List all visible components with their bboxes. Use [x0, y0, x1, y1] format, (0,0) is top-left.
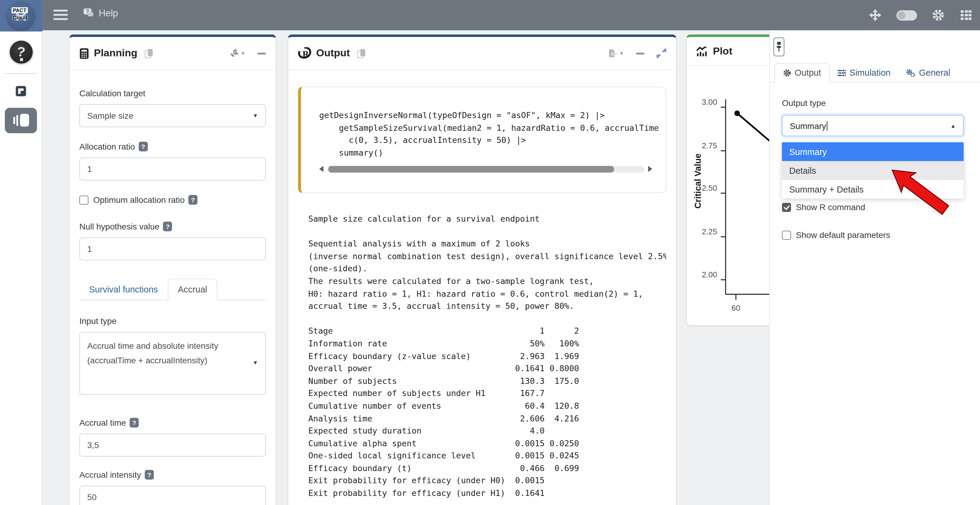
planning-subtabs: Survival functions Accrual — [80, 275, 266, 300]
null-hypothesis-input[interactable] — [80, 237, 266, 260]
grid-icon[interactable] — [959, 8, 973, 22]
toggle-knob — [897, 11, 905, 19]
text-cursor — [827, 121, 828, 130]
plot-title: Plot — [713, 45, 732, 57]
calculation-target-select[interactable]: Sample size ▼ — [80, 104, 266, 127]
accrual-intensity-input[interactable] — [80, 486, 266, 505]
null-hypothesis-label: Null hypothesis value? — [80, 222, 266, 231]
planning-panel: Planning ▼ Calculation target Sample siz… — [69, 35, 276, 505]
app-logo[interactable]: R PACT Cloud — [0, 0, 42, 32]
optimum-allocation-checkbox[interactable] — [80, 195, 88, 204]
panel-toggle-button[interactable] — [5, 108, 37, 133]
copy-icon[interactable] — [145, 49, 153, 58]
calculation-target-label: Calculation target — [80, 88, 266, 98]
tab-simulation[interactable]: Simulation — [829, 64, 898, 82]
scrollbar-thumb[interactable] — [328, 166, 614, 173]
accrual-intensity-label: Accrual intensity? — [80, 470, 266, 480]
r-command-block: getDesignInverseNormal(typeOfDesign = "a… — [298, 87, 666, 193]
code-horizontal-scrollbar[interactable] — [319, 165, 661, 173]
red-pointer-arrow — [889, 167, 951, 218]
scrollbar-track[interactable] — [327, 166, 644, 173]
chevron-down-icon: ▼ — [253, 113, 258, 119]
export-dropdown-button[interactable]: ▼ — [608, 48, 624, 58]
show-default-parameters-label: Show default parameters — [796, 230, 890, 240]
gears-icon — [906, 69, 915, 76]
input-type-select[interactable]: Accrual time and absolute intensity (acc… — [80, 332, 266, 395]
wrench-icon — [229, 49, 239, 58]
accrual-time-input[interactable] — [80, 434, 266, 457]
pin-button[interactable] — [773, 38, 784, 56]
r-code: getDesignInverseNormal(typeOfDesign = "a… — [319, 109, 661, 159]
calculation-target-value: Sample size — [87, 111, 134, 121]
show-default-parameters-checkbox[interactable] — [782, 230, 791, 240]
sidebar-divider — [5, 73, 37, 74]
chevron-up-icon: ▲ — [950, 122, 956, 129]
allocation-ratio-label: Allocation ratio? — [80, 142, 266, 151]
output-title: Output — [316, 47, 350, 59]
help-label: Help — [99, 8, 118, 19]
help-badge-icon[interactable]: ? — [139, 142, 148, 151]
tools-dropdown-button[interactable]: ▼ — [229, 49, 245, 58]
help-chat-icon: ? — [84, 8, 94, 18]
logo-line2: Cloud — [11, 14, 29, 21]
chart-icon — [697, 46, 708, 56]
file-export-icon — [608, 48, 617, 58]
expand-panel-icon[interactable] — [657, 48, 666, 58]
tab-general[interactable]: General — [898, 64, 958, 82]
show-r-command-checkbox[interactable] — [782, 203, 791, 212]
input-type-value-line1: Accrual time and absolute intensity — [87, 341, 218, 351]
left-sidebar: ? — [0, 30, 42, 505]
flag-icon[interactable] — [16, 86, 26, 96]
tab-accrual[interactable]: Accrual — [167, 278, 218, 300]
tab-output[interactable]: Output — [775, 63, 829, 83]
scroll-right-icon[interactable] — [648, 166, 652, 172]
logo-line1: PACT — [11, 7, 27, 13]
accrual-time-label: Accrual time? — [80, 418, 266, 427]
collapse-panel-icon[interactable] — [636, 52, 644, 54]
combobox-value: Summary — [790, 121, 826, 130]
r-logo-icon: R — [298, 47, 311, 59]
help-badge-icon[interactable]: ? — [130, 418, 139, 427]
copy-icon[interactable] — [357, 49, 365, 58]
gear-icon — [783, 69, 791, 76]
result-text: Sample size calculation for a survival e… — [308, 213, 666, 499]
help-badge-icon[interactable]: ? — [163, 222, 172, 231]
show-default-parameters-row: Show default parameters — [782, 230, 890, 240]
settings-gear-icon[interactable] — [932, 8, 945, 22]
settings-panel: Output Simulation — [769, 30, 980, 505]
show-r-command-row: Show R command — [782, 202, 865, 212]
app-screen: ? Help — [0, 0, 980, 505]
svg-text:R: R — [302, 50, 309, 59]
input-type-label: Input type — [80, 316, 266, 326]
settings-tabs: Output Simulation — [770, 60, 980, 83]
tab-simulation-label: Simulation — [850, 68, 890, 78]
output-panel: R Output ▼ — [288, 35, 676, 505]
sliders-icon — [837, 69, 846, 76]
hamburger-menu-icon[interactable] — [53, 10, 68, 21]
tab-survival-functions[interactable]: Survival functions — [80, 279, 167, 300]
show-r-command-label: Show R command — [796, 202, 865, 212]
chevron-down-icon: ▼ — [253, 360, 258, 366]
arrows-move-icon[interactable] — [869, 8, 882, 22]
output-type-label: Output type — [782, 98, 826, 108]
top-bar: ? Help — [0, 0, 980, 30]
output-header: R Output ▼ — [288, 37, 676, 70]
scroll-left-icon[interactable] — [319, 166, 323, 172]
planning-title: Planning — [94, 47, 137, 59]
data-point — [734, 111, 740, 116]
output-type-combobox[interactable]: Summary ▲ — [782, 115, 964, 136]
user-avatar[interactable]: ? — [10, 41, 33, 64]
optimum-allocation-label: Optimum allocation ratio — [93, 195, 185, 205]
input-type-value-line2: (accrualTime + accrualIntensity) — [87, 356, 207, 365]
collapse-panel-icon[interactable] — [258, 52, 266, 54]
pin-icon — [776, 41, 782, 53]
theme-toggle[interactable] — [896, 10, 917, 20]
tab-output-label: Output — [795, 68, 821, 78]
calculator-icon — [80, 48, 89, 59]
help-badge-icon[interactable]: ? — [145, 470, 154, 480]
help-badge-icon[interactable]: ? — [188, 195, 197, 205]
allocation-ratio-input[interactable] — [80, 157, 266, 181]
option-summary[interactable]: Summary — [782, 142, 964, 161]
optimum-allocation-row: Optimum allocation ratio ? — [80, 195, 266, 205]
help-button[interactable]: ? Help — [84, 8, 118, 19]
